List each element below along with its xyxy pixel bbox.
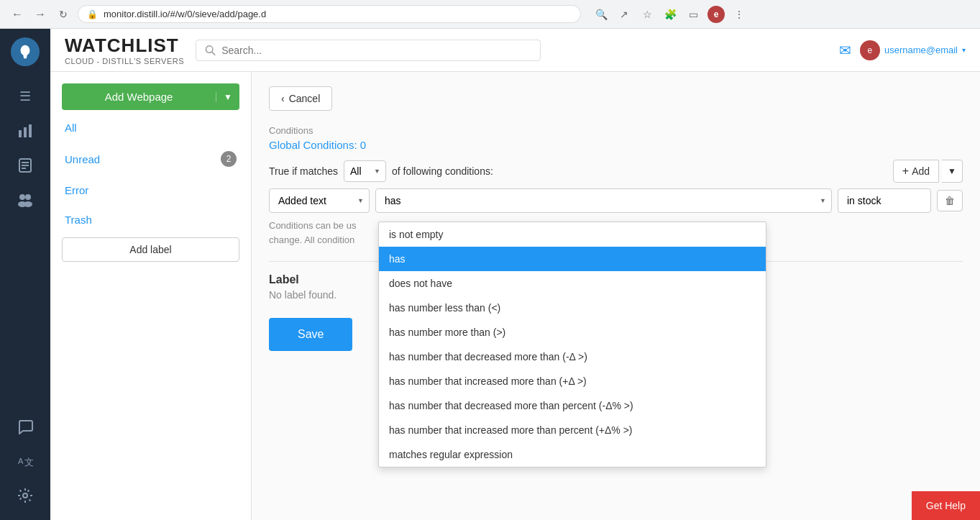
dropdown-item-is-not-empty[interactable]: is not empty [379,222,766,247]
sidebar: ☰ [0,29,50,520]
nav-trash[interactable]: Trash [62,208,239,232]
add-condition-group: + Add ▼ [893,160,963,183]
add-condition-dropdown-button[interactable]: ▼ [942,160,963,183]
dropdown-item-decreased[interactable]: has number that decreased more than (-Δ … [379,345,766,369]
dropdown-item-regex[interactable]: matches regular expression [379,442,766,467]
sidebar-item-chat[interactable] [7,411,43,442]
condition-type-wrapper: Added text Removed text Page title URL [269,188,370,213]
svg-rect-2 [29,124,32,137]
nav-error[interactable]: Error [62,178,239,202]
dropdown-item-number-more[interactable]: has number more than (>) [379,320,766,345]
app-logo[interactable] [11,37,40,66]
dropdown-item-increased-percent[interactable]: has number that increased more than perc… [379,418,766,442]
unread-badge: 2 [221,151,237,167]
user-avatar: e [860,40,880,60]
url-text: monitor.distill.io/#/w/0/sieve/add/page.… [104,9,266,19]
add-webpage-dropdown-icon[interactable]: ▼ [216,92,239,102]
svg-rect-0 [19,130,22,137]
bookmark-button[interactable]: ☆ [638,6,656,23]
add-label-button[interactable]: Add label [62,237,239,262]
search-bar[interactable] [196,40,541,61]
dropdown-item-number-less[interactable]: has number less than (<) [379,296,766,320]
svg-point-10 [24,201,32,207]
svg-rect-5 [22,165,29,166]
nav-unread-label: Unread [65,153,100,165]
dropdown-item-increased[interactable]: has number that increased more than (+Δ … [379,369,766,393]
lock-icon: 🔒 [87,9,98,19]
right-panel: ‹ Cancel Conditions Global Conditions: 0… [252,72,980,520]
get-help-button[interactable]: Get Help [912,491,980,520]
of-following-label: of following conditions: [392,165,493,177]
search-icon [205,45,216,56]
zoom-button[interactable]: 🔍 [592,6,610,23]
match-select[interactable]: All Any [344,160,386,182]
search-input[interactable] [221,45,531,56]
browser-avatar: e [707,6,725,23]
menu-button[interactable]: ⋮ [731,6,748,23]
header-actions: ✉ e username@email ▾ [839,40,966,60]
mail-icon[interactable]: ✉ [839,42,851,59]
user-chevron-icon: ▾ [962,46,966,54]
back-button[interactable]: ← [9,6,26,23]
svg-text:文: 文 [24,457,33,467]
delete-condition-button[interactable]: 🗑 [937,190,963,211]
header: WATCHLIST CLOUD - DISTILL'S SERVERS ✉ e … [50,29,980,72]
condition-operator-select[interactable]: is not empty has does not have has numbe… [375,188,832,213]
sidebar-item-charts[interactable] [7,115,43,147]
condition-value-input[interactable] [838,188,931,213]
app-title: WATCHLIST [65,35,184,57]
body-split: Add Webpage ▼ All Unread 2 Error Trash A… [50,72,980,520]
tablet-button[interactable]: ▭ [684,6,702,23]
dropdown-item-does-not-have[interactable]: does not have [379,271,766,296]
dropdown-item-decreased-percent[interactable]: has number that decreased more than perc… [379,393,766,418]
app-subtitle: CLOUD - DISTILL'S SERVERS [65,57,184,65]
sidebar-item-settings[interactable] [7,480,43,511]
condition-operator-wrapper: is not empty has does not have has numbe… [375,188,832,213]
settings-icon [17,488,33,503]
svg-point-14 [206,45,212,52]
condition-type-select[interactable]: Added text Removed text Page title URL [269,188,370,213]
dropdown-item-has[interactable]: has [379,247,766,271]
add-webpage-button[interactable]: Add Webpage ▼ [62,83,239,110]
cancel-label: Cancel [289,93,321,104]
extensions-button[interactable]: 🧩 [661,6,679,23]
user-menu[interactable]: e username@email ▾ [860,40,966,60]
forward-button[interactable]: → [32,6,49,23]
nav-unread[interactable]: Unread 2 [62,145,239,173]
cancel-button[interactable]: ‹ Cancel [269,86,332,111]
sidebar-item-translate[interactable]: A 文 [7,445,43,477]
nav-error-label: Error [65,184,88,196]
condition-selects-row: Added text Removed text Page title URL i… [269,188,963,213]
match-select-wrapper: All Any [344,160,386,182]
conditions-header: Conditions [269,125,963,136]
plus-icon: + [902,165,909,178]
global-conditions: Global Conditions: 0 [269,139,963,151]
save-button[interactable]: Save [269,318,352,351]
nav-all[interactable]: All [62,116,239,140]
sidebar-item-documents[interactable] [7,150,43,181]
svg-rect-4 [22,162,29,163]
browser-chrome: ← → ↻ 🔒 monitor.distill.io/#/w/0/sieve/a… [0,0,980,29]
app-layout: ☰ [0,29,980,520]
browser-actions: 🔍 ↗ ☆ 🧩 ▭ e ⋮ [592,6,748,23]
svg-point-7 [19,194,25,200]
sidebar-item-lists[interactable]: ☰ [7,81,43,112]
add-webpage-label: Add Webpage [62,91,216,103]
add-label: Add [912,165,930,177]
left-panel: Add Webpage ▼ All Unread 2 Error Trash A… [50,72,252,520]
svg-text:A: A [18,457,24,465]
nav-trash-label: Trash [65,214,92,226]
nav-all-label: All [65,122,77,134]
sidebar-item-groups[interactable] [7,184,43,216]
svg-point-13 [23,493,27,498]
translate-icon: A 文 [17,453,33,469]
distill-logo-icon [17,44,33,60]
main-content: WATCHLIST CLOUD - DISTILL'S SERVERS ✉ e … [50,29,980,520]
svg-line-15 [212,52,215,55]
url-bar[interactable]: 🔒 monitor.distill.io/#/w/0/sieve/add/pag… [78,5,581,23]
svg-point-8 [25,194,31,200]
share-button[interactable]: ↗ [615,6,633,23]
add-condition-button[interactable]: + Add [893,160,939,183]
refresh-button[interactable]: ↻ [55,6,72,23]
operator-dropdown: is not empty has does not have has numbe… [378,222,766,467]
